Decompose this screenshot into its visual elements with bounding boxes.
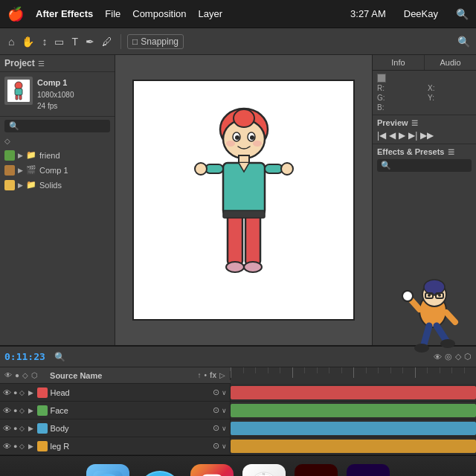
layer-face-left: 👁 ● ◇ ▶ Face ⊙ ∨ [0, 402, 231, 419]
project-panel-header: Project ☰ [0, 55, 115, 72]
dock-illustrator[interactable]: Ai [295, 464, 338, 477]
preview-skip-fwd[interactable]: ▶▶ [420, 130, 434, 141]
preview-title: Preview ☰ [377, 118, 472, 127]
body-expand[interactable]: ▶ [27, 424, 35, 433]
menu-search-icon[interactable]: 🔍 [456, 8, 469, 20]
apple-menu[interactable]: 🍎 [7, 6, 24, 22]
menu-layer[interactable]: Layer [199, 8, 223, 19]
solids-expand[interactable]: ▶ [18, 181, 23, 189]
toolbar-move-icon[interactable]: ↕ [39, 34, 49, 49]
menu-file[interactable]: File [105, 8, 120, 19]
face-color [37, 405, 48, 416]
legr-expand[interactable]: ▶ [27, 442, 35, 451]
effects-search[interactable]: 🔍 [377, 159, 472, 172]
toolbar-rect-icon[interactable]: ▭ [52, 34, 66, 49]
toolbar-separator [120, 34, 121, 49]
face-shy[interactable]: ◇ [19, 407, 25, 414]
ruler-tick-5 [292, 367, 293, 378]
body-vis[interactable]: 👁 [3, 424, 11, 433]
toolbar-brush-icon[interactable]: 🖊 [100, 34, 115, 49]
head-shy[interactable]: ◇ [19, 389, 25, 396]
face-type: ⊙ [213, 405, 219, 415]
menu-app[interactable]: After Effects [36, 8, 93, 19]
effects-search-input[interactable] [393, 161, 468, 170]
timeline-search-icon[interactable]: 🔍 [54, 352, 65, 362]
main-layout: Project ☰ Comp 1 1080x1080 24 [0, 55, 476, 345]
ruler-tick-9 [341, 367, 342, 373]
body-chevron[interactable]: ∨ [222, 425, 227, 432]
svg-point-10 [250, 135, 254, 140]
project-search-input[interactable] [22, 121, 106, 130]
layer-rows: 👁 ● ◇ ▶ Head ⊙ ∨ 👁 ● ◇ ▶ Face ⊙ [0, 384, 476, 455]
tl-icon-3[interactable]: ◇ [455, 352, 461, 361]
face-solo[interactable]: ● [13, 407, 17, 414]
character-svg [170, 89, 318, 312]
toolbar-hand-icon[interactable]: ✋ [19, 34, 36, 49]
preview-step-fwd[interactable]: ▶| [408, 130, 417, 141]
ruler-tick-4 [280, 367, 280, 373]
tl-icon-1[interactable]: 👁 [434, 353, 442, 361]
tl-icon-4[interactable]: ⬡ [464, 352, 472, 361]
effects-menu-icon[interactable]: ☰ [448, 148, 454, 156]
face-expand[interactable]: ▶ [27, 406, 35, 415]
toolbar-search-icon[interactable]: 🔍 [457, 36, 470, 48]
legr-vis[interactable]: 👁 [3, 442, 11, 451]
friend-expand[interactable]: ▶ [18, 152, 23, 159]
tab-info[interactable]: Info [373, 55, 425, 70]
ruler-tick-3 [268, 367, 268, 373]
project-layer-comp1[interactable]: ▶ 🎬 Comp 1 [0, 163, 115, 178]
safari-icon: N E S W [249, 471, 279, 477]
dock-instagram[interactable] [190, 464, 234, 477]
comp1-expand[interactable]: ▶ [18, 167, 23, 174]
solids-name: Solids [39, 181, 62, 190]
snapping-label: Snapping [141, 36, 178, 47]
dock-safari[interactable]: N E S W [242, 464, 286, 477]
ruler-tick-1 [243, 367, 244, 373]
preview-step-back[interactable]: ◀ [389, 130, 396, 141]
head-vis[interactable]: 👁 [3, 388, 11, 397]
project-layer-indicator: ◇ [0, 135, 115, 147]
ruler-tick-13 [390, 367, 391, 373]
comp-size: 1080x1080 [37, 89, 74, 100]
snapping-checkbox[interactable]: □ [132, 36, 138, 47]
preview-menu-icon[interactable]: ☰ [411, 119, 418, 127]
friend-color [4, 150, 15, 161]
toolbar-pen-icon[interactable]: ✒ [83, 34, 97, 49]
preview-play[interactable]: ▶ [399, 130, 405, 141]
svg-point-12 [253, 141, 262, 147]
face-chevron[interactable]: ∨ [222, 407, 227, 414]
project-layer-solids[interactable]: ▶ 📁 Solids [0, 178, 115, 193]
comp-name: Comp 1 [37, 77, 74, 89]
legr-color [37, 441, 48, 451]
toolbar-type-icon[interactable]: T [69, 34, 80, 49]
tab-audio[interactable]: Audio [425, 55, 476, 70]
svg-rect-17 [265, 164, 283, 173]
project-menu-icon[interactable]: ☰ [38, 60, 45, 68]
snapping-button[interactable]: □ Snapping [127, 34, 184, 49]
legr-solo[interactable]: ● [13, 443, 17, 450]
face-vis[interactable]: 👁 [3, 406, 11, 415]
x-label: X: [428, 84, 434, 92]
dock-finder[interactable] [86, 464, 129, 477]
body-shy[interactable]: ◇ [19, 425, 25, 432]
legr-shy[interactable]: ◇ [19, 443, 25, 450]
legr-chevron[interactable]: ∨ [222, 443, 227, 450]
tl-col-icons: 👁 ● ◇ ⬡ [4, 371, 38, 379]
head-chevron[interactable]: ∨ [222, 389, 227, 396]
body-solo[interactable]: ● [13, 425, 17, 432]
head-solo[interactable]: ● [13, 389, 17, 396]
menu-composition[interactable]: Composition [132, 8, 186, 19]
preview-skip-back[interactable]: |◀ [377, 130, 386, 141]
dock-messages[interactable] [138, 464, 181, 477]
timeline-cols-header: 👁 ● ◇ ⬡ Source Name ↑ • fx ▷ [0, 367, 476, 384]
svg-rect-20 [245, 213, 260, 264]
dock-after-effects[interactable]: Ae [347, 464, 390, 477]
head-expand[interactable]: ▶ [27, 388, 35, 397]
layer-legr-left: 👁 ● ◇ ▶ leg R ⊙ ∨ [0, 437, 231, 454]
effects-title-text: Effects & Presets [377, 147, 445, 156]
project-search[interactable]: 🔍 [4, 120, 110, 132]
tl-icon-2[interactable]: ◎ [445, 352, 452, 361]
ruler-tick-6 [304, 367, 305, 373]
toolbar-home-icon[interactable]: ⌂ [6, 34, 16, 49]
project-layer-friend[interactable]: ▶ 📁 friend [0, 148, 115, 163]
